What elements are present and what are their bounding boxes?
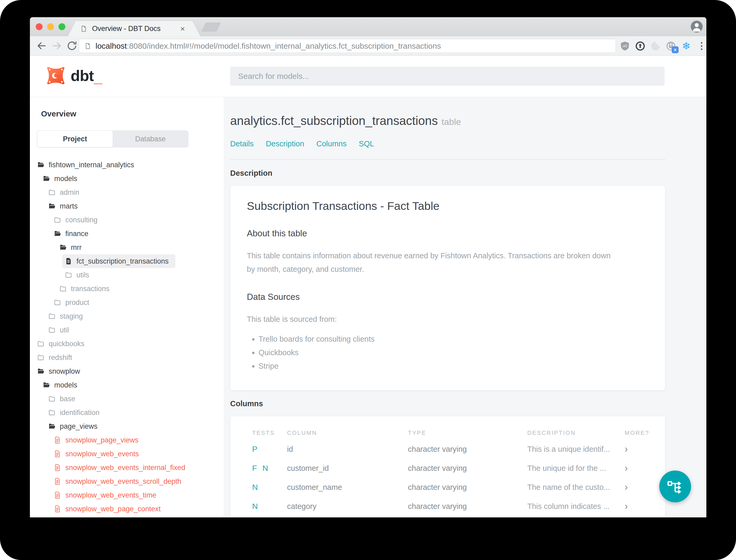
minimize-window-button[interactable]	[47, 23, 54, 30]
cell-type: character varying	[408, 483, 527, 492]
url-bar[interactable]: localhost:8080/index.html#!/model/model.…	[79, 39, 616, 53]
grey-swirl-extension-icon[interactable]	[650, 41, 661, 51]
browser-toolbar: localhost:8080/index.html#!/model/model.…	[30, 36, 706, 56]
folder-icon	[54, 299, 61, 306]
tree-item-label: mrr	[71, 243, 82, 252]
tree-item-label: base	[60, 395, 75, 403]
tree-item-base[interactable]: base	[48, 392, 82, 406]
tab-close-icon[interactable]: ×	[180, 25, 185, 33]
tree-item-snowplow_web_events_internal_fixed[interactable]: snowplow_web_events_internal_fixed	[54, 461, 192, 475]
folder-open-icon	[37, 161, 44, 169]
tree-item-snowplow_web_events_time[interactable]: snowplow_web_events_time	[54, 488, 163, 502]
snowflake-extension-icon[interactable]: ❄	[681, 41, 692, 51]
dbt-logo[interactable]: dbt _	[46, 66, 102, 88]
columns-table-body: Pidcharacter varyingThis is a unique ide…	[252, 440, 665, 517]
toggle-tab-project[interactable]: Project	[37, 131, 113, 147]
columns-card: TESTSCOLUMNTYPEDESCRIPTIONMORE? Pidchara…	[230, 416, 665, 517]
tree-item-mrr[interactable]: mrr	[59, 241, 88, 254]
tree-item-label: quickbooks	[49, 340, 84, 348]
browser-tab[interactable]: Overview - DBT Docs ×	[68, 21, 200, 36]
description-section-label: Description	[230, 169, 706, 178]
file-red-icon	[54, 478, 61, 485]
tree-item-snowplow_web_page_context[interactable]: snowplow_web_page_context	[54, 502, 168, 516]
tree-item-transactions[interactable]: transactions	[59, 282, 116, 296]
tree-item-admin[interactable]: admin	[48, 186, 86, 199]
model-type-badge: table	[441, 117, 461, 127]
tree-item-label: fishtown_internal_analytics	[49, 161, 134, 169]
tree-item-models[interactable]: models	[43, 172, 84, 186]
tree-item-util[interactable]: util	[48, 323, 76, 337]
doc-title: Subscription Transactions - Fact Table	[247, 200, 649, 213]
tree-item-label: models	[54, 381, 77, 389]
extension-icons: uO x ❄	[620, 36, 706, 56]
tree-item-staging[interactable]: staging	[48, 309, 90, 323]
tree-item-label: snowplow_web_events_scroll_depth	[65, 477, 181, 486]
folder-icon	[54, 216, 61, 224]
tree-item-label: snowplow_page_views	[65, 436, 138, 444]
table-row-id[interactable]: Pidcharacter varyingThis is a unique ide…	[252, 440, 665, 459]
onepassword-extension-icon[interactable]	[635, 41, 645, 51]
lineage-graph-fab[interactable]	[659, 471, 691, 502]
cell-description: This is a unique identif...	[527, 445, 625, 454]
folder-icon	[37, 354, 44, 361]
profile-avatar[interactable]	[691, 21, 703, 33]
tree-item-utils[interactable]: utils	[65, 268, 96, 282]
columns-table-header: TESTSCOLUMNTYPEDESCRIPTIONMORE?	[252, 426, 665, 440]
folder-icon	[48, 189, 56, 196]
forward-button-icon[interactable]	[51, 40, 62, 51]
folder-open-icon	[54, 230, 61, 237]
search-input[interactable]	[230, 67, 665, 86]
power-extension-icon[interactable]: x	[666, 41, 676, 51]
page-title: analytics.fct_subscription_transactionst…	[230, 114, 706, 128]
table-row-category[interactable]: Ncategorycharacter varyingThis column in…	[252, 497, 665, 516]
folder-open-icon	[48, 202, 56, 210]
tree-item-identification[interactable]: identification	[48, 406, 106, 419]
table-row-customer_name[interactable]: Ncustomer_namecharacter varyingThe name …	[252, 478, 665, 497]
tree-item-snowplow_web_events_scroll_depth[interactable]: snowplow_web_events_scroll_depth	[54, 475, 188, 488]
tree-item-finance[interactable]: finance	[54, 227, 95, 241]
table-row-customer_id[interactable]: F Ncustomer_idcharacter varyingThe uniqu…	[252, 459, 665, 478]
doc-sources-list: Trello boards for consulting clientsQuic…	[247, 335, 649, 371]
expand-chevron-icon[interactable]: ›	[625, 482, 665, 492]
tree-item-page_views[interactable]: page_views	[48, 419, 105, 433]
close-window-button[interactable]	[36, 23, 43, 30]
expand-chevron-icon[interactable]: ›	[625, 444, 665, 454]
browser-menu-icon[interactable]	[696, 41, 706, 51]
tree-item-models[interactable]: models	[43, 378, 84, 392]
back-button-icon[interactable]	[36, 40, 47, 51]
file-tree: fishtown_internal_analyticsmodelsadminma…	[37, 158, 224, 516]
screenshot-canvas: Overview - DBT Docs × loca	[0, 0, 736, 560]
tree-item-label: snowplow_web_events	[65, 450, 139, 458]
tree-item-marts[interactable]: marts	[48, 199, 85, 213]
tree-item-snowplow_web_events[interactable]: snowplow_web_events	[54, 447, 146, 461]
data-source-item: Trello boards for consulting clients	[259, 335, 649, 344]
overview-label[interactable]: Overview	[41, 109, 224, 118]
zoom-window-button[interactable]	[58, 23, 65, 30]
table-row-date_month[interactable]: Ndate_monthdateThis column indicates ...…	[252, 516, 665, 517]
nav-link-sql[interactable]: SQL	[359, 139, 374, 148]
tree-item-snowplow[interactable]: snowplow	[37, 364, 87, 378]
nav-link-details[interactable]: Details	[230, 139, 254, 148]
file-red-icon	[54, 491, 61, 499]
tree-item-product[interactable]: product	[54, 296, 96, 309]
tree-item-label: product	[65, 299, 89, 307]
cell-column: customer_id	[287, 464, 408, 473]
tree-item-label: models	[54, 175, 77, 183]
ublock-extension-icon[interactable]: uO	[620, 41, 630, 51]
cell-type: character varying	[408, 464, 527, 473]
cell-tests: F N	[252, 464, 287, 473]
tree-item-snowplow_page_views[interactable]: snowplow_page_views	[54, 433, 145, 447]
tree-item-label: fct_subscription_transactions	[76, 257, 169, 265]
tree-item-quickbooks[interactable]: quickbooks	[37, 337, 91, 351]
toggle-tab-database[interactable]: Database	[113, 131, 188, 147]
expand-chevron-icon[interactable]: ›	[625, 502, 665, 511]
new-tab-button[interactable]	[201, 22, 221, 32]
refresh-button-icon[interactable]	[66, 40, 78, 51]
nav-link-description[interactable]: Description	[266, 139, 304, 148]
nav-link-columns[interactable]: Columns	[317, 139, 347, 148]
expand-chevron-icon[interactable]: ›	[625, 463, 665, 473]
tree-item-redshift[interactable]: redshift	[37, 351, 79, 364]
tree-item-fishtown_internal_analytics[interactable]: fishtown_internal_analytics	[37, 158, 141, 172]
tree-item-fct_subscription_transactions[interactable]: fct_subscription_transactions	[62, 254, 175, 268]
tree-item-consulting[interactable]: consulting	[54, 213, 105, 227]
